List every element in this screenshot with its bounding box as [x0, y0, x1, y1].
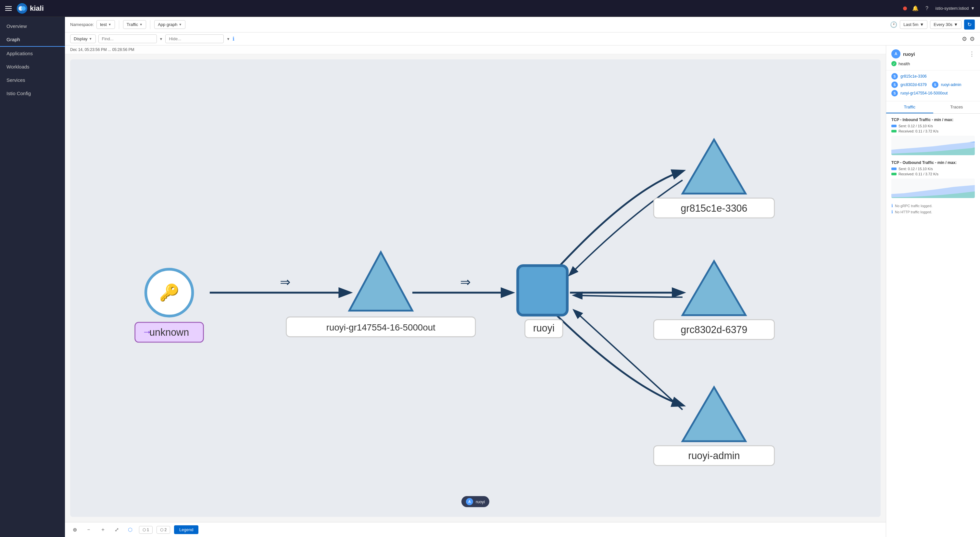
- logo: kiali: [17, 3, 44, 14]
- outbound-chart: [891, 179, 975, 198]
- fit-button[interactable]: ⊕: [70, 525, 80, 534]
- chevron-down-icon: ▼: [178, 23, 182, 26]
- hide-chevron-icon: ▼: [226, 37, 230, 41]
- notifications-icon[interactable]: 🔔: [912, 5, 919, 12]
- sidebar-item-overview[interactable]: Overview: [0, 19, 65, 33]
- find-chevron-icon: ▼: [159, 37, 163, 41]
- time-range-dropdown[interactable]: Last 5m ▼: [900, 20, 928, 29]
- outbound-sent-legend: Sent: 0.12 / 15.10 K/s: [891, 167, 975, 171]
- graph-panel-container: Dec 14, 05:23:56 PM ... 05:28:56 PM: [65, 46, 980, 537]
- link-avatar-1: S: [891, 81, 898, 88]
- timestamp-bar: Dec 14, 05:23:56 PM ... 05:28:56 PM: [65, 46, 886, 54]
- top-nav: kiali 🔔 ? istio-system:istiod ▼: [0, 0, 980, 17]
- refresh-button[interactable]: ↻: [964, 19, 975, 30]
- namespace-label: Namespace:: [70, 22, 94, 27]
- zoom-out-button[interactable]: －: [83, 525, 94, 534]
- svg-text:ruoyi-admin: ruoyi-admin: [688, 450, 740, 461]
- health-status-icon: [891, 61, 897, 66]
- separator2: [150, 20, 150, 29]
- inbound-title: TCP - Inbound Traffic - min / max:: [891, 118, 975, 122]
- node-count-2[interactable]: ⬡ 2: [156, 526, 170, 534]
- refresh-interval-dropdown[interactable]: Every 30s ▼: [930, 20, 961, 29]
- sidebar-item-workloads[interactable]: Workloads: [0, 60, 65, 73]
- svg-rect-15: [518, 265, 567, 315]
- toolbar-row2: Display ▼ ▼ ▼ ℹ ⚙ ⚙: [65, 32, 980, 46]
- link-row-2: S ruoyi-gr147554-16-5000out: [891, 90, 975, 97]
- toolbar-right: 🕐 Last 5m ▼ Every 30s ▼ ↻: [890, 19, 975, 30]
- chevron-down-icon: ▼: [970, 6, 975, 11]
- graph-svg: ⇒ ⇒ 🔑 unknown → ruoy: [70, 59, 881, 517]
- panel-link-1[interactable]: grc8302d-6379: [900, 83, 927, 87]
- link-avatar-0: S: [891, 73, 898, 79]
- sidebar-item-applications[interactable]: Applications: [0, 47, 65, 60]
- filter-icon[interactable]: ⚙: [962, 35, 967, 43]
- hamburger-menu[interactable]: [5, 6, 12, 11]
- tab-traces[interactable]: Traces: [933, 101, 980, 113]
- sidebar-item-graph[interactable]: Graph: [0, 33, 65, 47]
- sidebar: Overview Graph Applications Workloads Se…: [0, 17, 65, 537]
- main-layout: Overview Graph Applications Workloads Se…: [0, 17, 980, 537]
- cluster-icon: ⬡: [143, 527, 146, 532]
- toolbar-row1: Namespace: test ▼ Traffic ▼ App graph ▼ …: [65, 17, 980, 32]
- outbound-section: TCP - Outbound Traffic - min / max: Sent…: [891, 160, 975, 198]
- user-context[interactable]: istio-system:istiod ▼: [935, 6, 975, 11]
- svg-text:🔑: 🔑: [159, 283, 180, 302]
- selected-node-tooltip: A ruoyi: [461, 496, 489, 507]
- namespace-dropdown[interactable]: test ▼: [97, 20, 115, 29]
- svg-text:→: →: [142, 326, 152, 337]
- no-http-notice: ℹ No HTTP traffic logged.: [891, 210, 975, 214]
- panel-content: TCP - Inbound Traffic - min / max: Sent:…: [886, 114, 980, 537]
- sent-color-icon-2: [891, 168, 897, 170]
- panel-link-2[interactable]: ruoyi-gr147554-16-5000out: [900, 91, 948, 95]
- chevron-down-icon: ▼: [89, 37, 92, 41]
- chevron-down-icon: ▼: [108, 23, 111, 26]
- clock-icon: 🕐: [890, 21, 897, 28]
- expand-button[interactable]: ⤢: [112, 525, 121, 534]
- legend-button[interactable]: Legend: [174, 525, 199, 534]
- separator: [119, 20, 119, 29]
- sidebar-item-istio-config[interactable]: Istio Config: [0, 87, 65, 100]
- cluster-icon[interactable]: ⬡: [125, 525, 135, 534]
- svg-text:unknown: unknown: [150, 327, 189, 338]
- health-badge: health: [891, 61, 975, 66]
- cluster-icon: ⬡: [160, 527, 163, 532]
- inbound-chart: [891, 136, 975, 155]
- settings-icon[interactable]: ⚙: [970, 35, 975, 43]
- chevron-down-icon: ▼: [139, 23, 143, 26]
- node-count-1[interactable]: ⬡ 1: [139, 526, 153, 534]
- chevron-down-icon: ▼: [954, 22, 958, 27]
- outbound-received-legend: Received: 0.11 / 3.72 K/s: [891, 172, 975, 176]
- panel-avatar: A: [891, 49, 900, 59]
- svg-text:ruoyi: ruoyi: [533, 323, 555, 334]
- app-graph-dropdown[interactable]: App graph ▼: [154, 20, 185, 29]
- panel-tabs: Traffic Traces: [886, 101, 980, 114]
- recording-indicator: [903, 6, 907, 10]
- tab-traffic[interactable]: Traffic: [886, 101, 933, 113]
- app-name: kiali: [30, 4, 44, 13]
- panel-header: A ruoyi ⋮ health: [886, 46, 980, 70]
- logo-icon: [17, 3, 27, 14]
- svg-marker-12: [349, 252, 412, 311]
- graph-canvas[interactable]: ⇒ ⇒ 🔑 unknown → ruoy: [70, 59, 881, 517]
- info-icon[interactable]: ℹ: [232, 36, 234, 42]
- info-circle-icon: ℹ: [891, 203, 893, 208]
- find-input[interactable]: [99, 34, 157, 43]
- sidebar-item-services[interactable]: Services: [0, 73, 65, 87]
- svg-point-2: [21, 6, 25, 11]
- info-circle-icon-2: ℹ: [891, 210, 893, 214]
- traffic-dropdown[interactable]: Traffic ▼: [123, 20, 146, 29]
- panel-title: ruoyi: [903, 51, 915, 57]
- panel-menu-button[interactable]: ⋮: [969, 50, 975, 57]
- panel-link-0[interactable]: gr815c1e-3306: [900, 74, 927, 79]
- help-icon[interactable]: ?: [924, 5, 930, 12]
- hide-input[interactable]: [165, 34, 224, 43]
- zoom-in-button[interactable]: ＋: [98, 525, 108, 534]
- tooltip-avatar: A: [466, 498, 473, 505]
- display-dropdown[interactable]: Display ▼: [70, 34, 96, 43]
- received-color-icon-2: [891, 173, 897, 175]
- inbound-received-legend: Received: 0.11 / 3.72 K/s: [891, 129, 975, 133]
- inbound-section: TCP - Inbound Traffic - min / max: Sent:…: [891, 118, 975, 155]
- panel-link-extra-1[interactable]: ruoyi-admin: [941, 83, 961, 87]
- svg-marker-21: [682, 261, 746, 315]
- right-panel: A ruoyi ⋮ health S gr815c1e-3306: [886, 46, 980, 537]
